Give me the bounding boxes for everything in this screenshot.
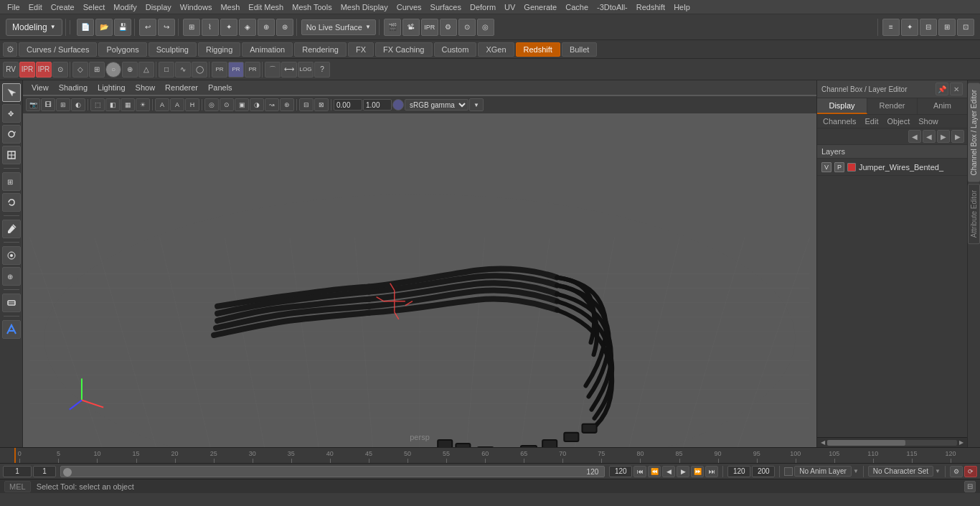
- vp-menu-lighting[interactable]: Lighting: [93, 83, 130, 93]
- end-frame-input[interactable]: [609, 466, 632, 477]
- channel-box-button[interactable]: ≡: [882, 19, 900, 36]
- channel-tab-anim[interactable]: Anim: [918, 98, 967, 114]
- menu-uv[interactable]: UV: [500, 1, 519, 13]
- rs-shape-btn[interactable]: △: [138, 62, 154, 78]
- new-scene-button[interactable]: 📄: [77, 19, 94, 36]
- menu-surfaces[interactable]: Surfaces: [426, 1, 466, 13]
- rp-close-btn[interactable]: ✕: [950, 83, 963, 95]
- mode-polygons[interactable]: Polygons: [98, 42, 146, 57]
- vp-color-btn[interactable]: [392, 99, 404, 111]
- vp-menu-show[interactable]: Show: [131, 83, 160, 93]
- vp-isolate-btn[interactable]: ◎: [204, 98, 219, 111]
- rs-pr3-btn[interactable]: PR: [245, 62, 260, 78]
- extra-render2-button[interactable]: ◎: [477, 19, 494, 36]
- vp-grid-btn[interactable]: ⊞: [56, 98, 70, 111]
- rotate-tool-button[interactable]: [2, 125, 21, 144]
- mode-animation[interactable]: Animation: [242, 42, 293, 57]
- menu-modify[interactable]: Modify: [109, 1, 141, 13]
- vp-menu-view[interactable]: View: [27, 83, 53, 93]
- rs-ipr2-btn[interactable]: IPR: [36, 62, 52, 78]
- menu-select[interactable]: Select: [79, 1, 110, 13]
- menu-create[interactable]: Create: [47, 1, 79, 13]
- rs-pr2-btn[interactable]: PR: [228, 62, 244, 78]
- mode-bullet[interactable]: Bullet: [562, 42, 598, 57]
- vp-hud-btn[interactable]: H: [185, 98, 199, 111]
- maximize-button[interactable]: ⊡: [957, 19, 974, 36]
- no-character-set-dropdown[interactable]: No Character Set: [868, 466, 933, 477]
- vp-wire-btn[interactable]: ⬚: [90, 98, 105, 111]
- outliner-button[interactable]: ⊞: [938, 19, 956, 36]
- menu-generate[interactable]: Generate: [519, 1, 561, 13]
- rp-scrollbar[interactable]: ◀ ▶: [817, 437, 967, 447]
- menu-display[interactable]: Display: [141, 1, 176, 13]
- vp-ssao-btn[interactable]: ◑: [250, 98, 264, 111]
- mode-fx[interactable]: FX: [348, 42, 374, 57]
- move-tool-button[interactable]: ✥: [2, 104, 21, 123]
- snap-curve-button[interactable]: ⌇: [202, 19, 219, 36]
- mode-curves-surfaces[interactable]: Curves / Surfaces: [19, 42, 97, 57]
- menu-edit[interactable]: Edit: [24, 1, 47, 13]
- vp-shade-btn[interactable]: ◧: [105, 98, 120, 111]
- rp-scroll-track[interactable]: [827, 440, 957, 446]
- pb-go-start[interactable]: ⏮: [633, 466, 646, 477]
- rp-pin-btn[interactable]: 📌: [936, 83, 948, 95]
- ipr-button[interactable]: IPR: [421, 19, 438, 36]
- rp-layer-icon2[interactable]: ◀: [923, 130, 936, 143]
- viewport-3d[interactable]: [23, 115, 816, 447]
- mode-fx-caching[interactable]: FX Caching: [375, 42, 432, 57]
- status-script-btn[interactable]: ⊟: [964, 481, 976, 492]
- open-scene-button[interactable]: 📂: [95, 19, 113, 36]
- channel-sub-show[interactable]: Show: [915, 116, 941, 126]
- vp-colorspace-select[interactable]: sRGB gamma: [405, 99, 468, 111]
- redo-button[interactable]: ↪: [158, 19, 175, 36]
- no-anim-layer-dropdown[interactable]: No Anim Layer: [794, 466, 852, 477]
- lasso-select-button[interactable]: [2, 193, 21, 212]
- soft-select-button[interactable]: [2, 246, 21, 265]
- pb-auto-key-btn[interactable]: ⟳: [964, 466, 977, 477]
- pb-settings-btn[interactable]: ⚙: [950, 466, 963, 477]
- rs-log-btn[interactable]: LOG: [298, 62, 314, 78]
- menu-3dtoall[interactable]: -3DtoAll-: [593, 1, 632, 13]
- rs-torus-btn[interactable]: ⊕: [122, 62, 138, 78]
- render-still-button[interactable]: 🎬: [384, 19, 401, 36]
- pb-play-back[interactable]: ◀: [662, 466, 675, 477]
- channel-sub-edit[interactable]: Edit: [862, 116, 881, 126]
- vp-cam-btn[interactable]: 📷: [26, 98, 40, 111]
- menu-windows[interactable]: Windows: [176, 1, 217, 13]
- select-tool-button[interactable]: [2, 83, 21, 102]
- extra-render-button[interactable]: ⊙: [458, 19, 476, 36]
- rs-cube-btn[interactable]: □: [159, 62, 174, 78]
- layer-row-1[interactable]: V P Jumper_Wires_Bented_: [817, 159, 967, 176]
- vp-extra2-btn[interactable]: ⊠: [314, 98, 329, 111]
- vp-menu-renderer[interactable]: Renderer: [161, 83, 202, 93]
- rs-pr1-btn[interactable]: PR: [212, 62, 227, 78]
- tool-settings-button[interactable]: ⊟: [920, 19, 937, 36]
- anim-max-input[interactable]: [752, 466, 775, 477]
- vp-motion-btn[interactable]: ↝: [265, 98, 279, 111]
- render-seq-button[interactable]: 📽: [402, 19, 420, 36]
- menu-edit-mesh[interactable]: Edit Mesh: [244, 1, 288, 13]
- magnet-button[interactable]: ⊕: [258, 19, 275, 36]
- range-playhead-thumb[interactable]: [63, 468, 72, 477]
- menu-cache[interactable]: Cache: [561, 1, 593, 13]
- start-frame-input[interactable]: [33, 466, 56, 477]
- transform-tool-button[interactable]: ⊞: [2, 172, 21, 191]
- rp-scroll-left[interactable]: ◀: [819, 439, 827, 447]
- status-language[interactable]: MEL: [4, 481, 31, 492]
- rs-rv-btn[interactable]: RV: [3, 62, 19, 78]
- vp-dof-btn[interactable]: ⊛: [280, 98, 294, 111]
- rp-scroll-right[interactable]: ▶: [957, 439, 966, 447]
- vp-aa2-btn[interactable]: A: [170, 98, 184, 111]
- workspace-dropdown[interactable]: Modeling ▼: [6, 19, 62, 36]
- channel-sub-object[interactable]: Object: [884, 116, 913, 126]
- hide-button[interactable]: [2, 294, 21, 312]
- rs-ring-btn[interactable]: ◯: [192, 62, 207, 78]
- anim-end-input[interactable]: [727, 466, 750, 477]
- pb-play-fwd[interactable]: ▶: [677, 466, 689, 477]
- current-frame-input[interactable]: [3, 466, 32, 477]
- vp-exposure-input[interactable]: [363, 99, 392, 111]
- vp-backface-btn[interactable]: ▣: [235, 98, 249, 111]
- save-scene-button[interactable]: 💾: [114, 19, 131, 36]
- timeline[interactable]: 0510152025303540455055606570758085909510…: [0, 447, 980, 463]
- mode-rigging[interactable]: Rigging: [198, 42, 240, 57]
